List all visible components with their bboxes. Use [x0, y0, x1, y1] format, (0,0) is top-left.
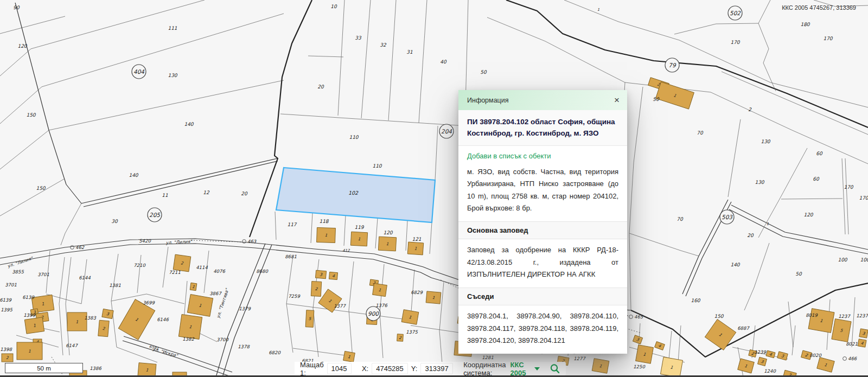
building: 1 [407, 242, 423, 255]
svg-text:463: 463 [247, 239, 257, 244]
parcel-number-label: 5420 [139, 238, 151, 244]
order-text: Заповед за одобрение на КККР РД-18-42/13… [458, 239, 627, 287]
svg-text:1: 1 [324, 233, 327, 238]
svg-text:79: 79 [668, 62, 676, 68]
parcel-number-label: 1381 [109, 283, 121, 288]
selected-parcel-label: 102 [348, 190, 359, 196]
building: 1 [378, 237, 396, 251]
close-icon[interactable]: × [614, 95, 620, 105]
chevron-down-icon[interactable] [534, 367, 540, 370]
svg-text:205: 205 [149, 212, 161, 218]
survey-point: 465 [629, 314, 643, 320]
parcel-number-label: 1375 [406, 329, 418, 335]
x-label: X: [362, 365, 368, 373]
svg-text:204: 204 [441, 128, 452, 135]
parcel-number-label: 130 [755, 180, 764, 185]
parcel-number-label: 20 [747, 233, 754, 238]
parcel-number-label: 3699 [143, 300, 155, 305]
parcel-number-label: 170 [823, 36, 833, 41]
parcel-number-label: 7211 [169, 270, 181, 275]
scale-value-field[interactable]: 1045 [327, 363, 352, 374]
parcel-number-label: 111 [168, 25, 177, 31]
parcel-number-label: 8020 [809, 353, 822, 358]
zone-number-circle: 502 [728, 6, 742, 20]
svg-text:466: 466 [848, 356, 857, 361]
parcel-number-label: 3867 [209, 291, 222, 296]
zone-number-circle: 204 [439, 124, 454, 138]
parcel-number-label: 180 [800, 22, 810, 27]
parcel-number-label: 130 [168, 73, 177, 78]
parcel-number-label: 117 [287, 222, 297, 227]
building: 5 [832, 319, 851, 342]
parcel-number-label: 12 [203, 190, 210, 195]
cursor-coordinates-readout: ККС 2005 4745267, 313369 [782, 4, 856, 11]
svg-text:502: 502 [730, 10, 741, 16]
building: 1 [24, 317, 44, 334]
parcel-number-label: 119 [354, 225, 364, 230]
parcel-number-label: 1398 [0, 347, 12, 352]
svg-text:1: 1 [414, 246, 417, 251]
building: 2 [98, 320, 109, 336]
parcel-number-label: 1376 [375, 303, 387, 308]
parcel-number-label: 100 [838, 257, 847, 263]
street-name-label: ул. "Лилия" [7, 255, 34, 269]
parcel-number-label: 8680 [256, 269, 269, 274]
parcel-number-label: 1277 [573, 356, 586, 361]
survey-point: 462 [71, 245, 85, 250]
svg-text:1: 1 [76, 320, 79, 324]
parcel-number-label: 130 [761, 139, 770, 144]
parcel-number-label: 4076 [213, 269, 225, 274]
building: 1 [187, 295, 213, 317]
parcel-number-label: 140 [129, 172, 138, 178]
parcel-number-label: 120 [383, 230, 393, 235]
parcel-number-label: 6820 [269, 350, 281, 355]
parcel-number-label: 11 [162, 193, 168, 198]
crs-selected-value[interactable]: ККС 2005 [510, 361, 527, 377]
building: 1 [636, 345, 654, 363]
parcel-number-label: 7210 [133, 263, 146, 268]
parcel-number-label: 1395 [1, 307, 12, 312]
selected-parcel-layer: 102 [276, 168, 435, 222]
parcel-number-label: 1250 [633, 364, 646, 369]
building: 3 [859, 329, 868, 338]
parcel-number-label: 1379 [239, 306, 251, 311]
parcel-number-label: 31 [406, 49, 413, 55]
parcel-number-label: 120 [17, 43, 27, 49]
svg-text:1: 1 [386, 241, 388, 246]
parcel-number-label: 1281 [482, 355, 494, 360]
svg-text:404: 404 [133, 68, 144, 75]
parcel-number-label: 6887 [737, 325, 750, 331]
building: 1 [317, 227, 336, 242]
parcel-number-label: 1 [767, 222, 769, 226]
building: 1 [592, 359, 609, 374]
scale-label: Мащаб 1: [300, 361, 324, 377]
info-panel-header: Информация × [458, 90, 627, 110]
building: 2 [397, 334, 404, 342]
parcel-number-label: 150 [26, 112, 36, 118]
parcel-number-label: 1237 [856, 313, 868, 318]
parcel-number-label: 1386 [90, 366, 101, 371]
parcel-number-label: 60 [816, 151, 823, 156]
add-to-object-list-link[interactable]: Добави в списък с обекти [458, 146, 627, 161]
parcel-number-label: 20 [241, 191, 248, 196]
map-canvas[interactable]: 1021111211321412132111211342151211211211… [0, 0, 868, 377]
parcel-number-label: 1237 [838, 314, 851, 319]
parcel-number-label: 6147 [66, 343, 78, 348]
parcel-number-label: 30 [111, 219, 118, 224]
search-button[interactable] [550, 363, 560, 374]
parcel-number-label: 32 [380, 42, 387, 48]
y-value-field[interactable]: 313397 [420, 363, 452, 374]
svg-text:1: 1 [358, 237, 360, 241]
building: 4 [655, 342, 665, 350]
x-value-field[interactable]: 4745285 [372, 363, 408, 374]
building: 3 [633, 335, 642, 344]
building: 1 [738, 359, 755, 373]
building: 1 [817, 357, 834, 373]
parcel-number-label: 60 [813, 176, 820, 182]
parcel-number-label: 50 [480, 69, 487, 75]
parcel-number-label: 3700 [216, 337, 229, 342]
parcel-number-label: 1382 [182, 336, 194, 342]
building: 1 [190, 283, 197, 290]
parcel-number-label: 118 [319, 219, 329, 224]
scale-bar: 50 m [5, 363, 83, 373]
